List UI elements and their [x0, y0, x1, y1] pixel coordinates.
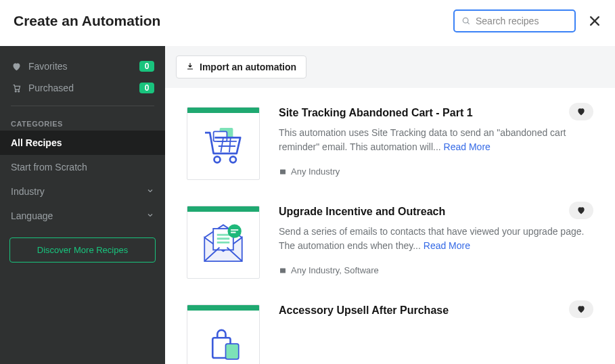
bag-illustration [200, 323, 247, 364]
svg-point-13 [230, 156, 236, 162]
svg-rect-24 [226, 344, 239, 359]
heart-icon [576, 206, 586, 215]
svg-line-11 [229, 137, 231, 152]
close-button[interactable] [588, 14, 601, 28]
svg-point-5 [18, 90, 19, 91]
category-all-recipes[interactable]: All Recipes [0, 131, 165, 155]
svg-rect-22 [280, 268, 286, 273]
sidebar-favorites[interactable]: Favorites 0 [0, 55, 165, 77]
chevron-down-icon [146, 186, 154, 197]
category-label: Industry [11, 186, 45, 197]
category-label: All Recipes [11, 137, 62, 148]
import-label: Import an automation [200, 62, 296, 72]
svg-point-19 [227, 224, 241, 237]
envelope-illustration [198, 220, 248, 270]
search-field[interactable] [453, 9, 576, 32]
recipe-description: Send a series of emails to contacts that… [279, 225, 593, 253]
recipe-card: Site Tracking Abandoned Cart - Part 1 Th… [187, 100, 593, 199]
svg-point-4 [15, 90, 16, 91]
import-automation-button[interactable]: Import an automation [176, 55, 306, 78]
recipe-thumbnail [187, 206, 260, 279]
svg-rect-14 [280, 169, 286, 174]
heart-icon [11, 61, 22, 72]
tag-icon [279, 168, 287, 176]
category-start-from-scratch[interactable]: Start from Scratch [0, 155, 165, 179]
favorite-toggle[interactable] [569, 202, 593, 219]
favorite-toggle[interactable] [569, 103, 593, 120]
search-input[interactable] [476, 16, 568, 26]
recipe-thumbnail [187, 304, 260, 364]
heart-icon [576, 304, 586, 314]
read-more-link[interactable]: Read More [444, 141, 491, 152]
cart-icon [11, 83, 22, 93]
discover-more-button[interactable]: Discover More Recipes [9, 237, 156, 263]
recipe-title[interactable]: Site Tracking Abandoned Cart - Part 1 [279, 107, 593, 119]
categories-heading: CATEGORIES [0, 113, 165, 131]
tag-icon [279, 267, 287, 275]
svg-point-12 [214, 156, 221, 162]
category-label: Start from Scratch [11, 162, 87, 173]
search-icon [461, 16, 471, 26]
sidebar-purchased[interactable]: Purchased 0 [0, 77, 165, 99]
modal-title: Create an Automation [14, 13, 160, 29]
divider [11, 106, 154, 106]
recipe-tags: Any Industry, Software [291, 265, 379, 275]
sidebar-favorites-label: Favorites [28, 61, 68, 72]
svg-line-1 [468, 22, 470, 24]
recipe-description: This automation uses Site Tracking data … [279, 126, 593, 154]
recipe-title[interactable]: Accessory Upsell After Purchase [279, 304, 593, 317]
recipe-card: Accessory Upsell After Purchase [187, 298, 593, 364]
shopping-cart-illustration [199, 122, 248, 170]
svg-rect-7 [214, 131, 227, 141]
category-language[interactable]: Language [0, 204, 165, 228]
category-label: Language [11, 210, 53, 221]
purchased-count: 0 [139, 83, 154, 93]
chevron-down-icon [146, 210, 154, 221]
recipe-tags: Any Industry [291, 166, 340, 177]
recipe-thumbnail [187, 107, 260, 180]
sidebar: Favorites 0 Purchased 0 CATEGORIES All R… [0, 46, 165, 364]
read-more-link[interactable]: Read More [424, 240, 470, 251]
favorites-count: 0 [139, 61, 154, 72]
download-icon [186, 62, 194, 72]
recipe-list: Site Tracking Abandoned Cart - Part 1 Th… [165, 88, 615, 364]
recipe-title[interactable]: Upgrade Incentive and Outreach [279, 206, 593, 218]
sidebar-purchased-label: Purchased [28, 83, 74, 93]
svg-point-0 [463, 18, 468, 23]
favorite-toggle[interactable] [569, 300, 593, 318]
category-industry[interactable]: Industry [0, 179, 165, 204]
recipe-card: Upgrade Incentive and Outreach Send a se… [187, 199, 593, 298]
heart-icon [576, 107, 586, 116]
